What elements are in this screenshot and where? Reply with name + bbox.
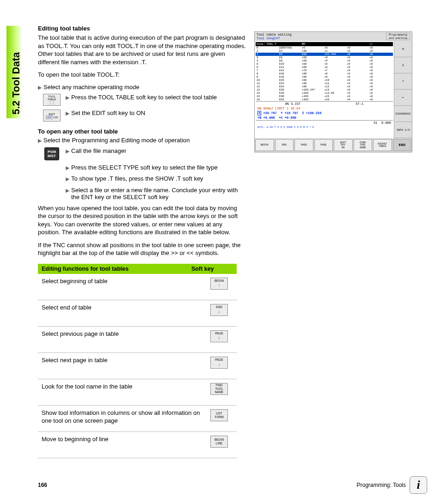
- tri-icon: ▶: [38, 137, 42, 145]
- tri-icon: ▶: [66, 94, 69, 102]
- para-open: To open the tool table TOOL.T:: [38, 71, 246, 79]
- table-row: Select end of tableEND↓: [38, 300, 237, 327]
- table-header: Editing functions for tool tables Soft k…: [38, 264, 237, 274]
- softkey-icon: PAGE↓: [210, 357, 228, 369]
- softkey-edit: EDIT OFF ON: [43, 109, 61, 121]
- step-select-type: ▶ Press the SELECT TYPE soft key to sele…: [38, 164, 246, 172]
- bullet-select-mode: ▶ Select any machine operating mode: [38, 84, 246, 91]
- para-intro: The tool table that is active during exe…: [38, 34, 246, 66]
- softkey-tool-table: TOOL TABLE ⌶ ⌶: [43, 94, 61, 106]
- softkey-icon: BEGIN↑: [210, 278, 228, 290]
- scr-table-head: File: TOOL.TMM>>: [256, 42, 393, 46]
- scr-sidebar: MST⊳DIAGNOSISINFO 1/3: [394, 41, 412, 138]
- scr-coords: X +20.707 Y +10.707 Z +100.250: [256, 111, 393, 115]
- table-row: Look for the tool name in the tableFINDT…: [38, 379, 237, 406]
- softkey-icon: BEGINLINE: [210, 436, 228, 448]
- scr-softkey-row: BEGINENDPAGEPAGEEDITOFFONFINDTOOLNAMEPOC…: [255, 138, 412, 152]
- scr-titlebar: Tool table editing Tool length? Programm…: [255, 32, 412, 41]
- step-edit-on: EDIT OFF ON ▶ Set the EDIT soft key to O…: [38, 109, 246, 121]
- tri-icon: ▶: [66, 175, 69, 183]
- footer-text: Programming: Tools: [357, 482, 406, 488]
- step-show-t: ▶ To show type .T files, press the SHOW …: [38, 175, 246, 183]
- tool-icon: ⌶ ⌶: [49, 101, 55, 105]
- softkey-icon: END↓: [210, 304, 228, 316]
- table-row: Select previous page in tablePAGE↑: [38, 327, 237, 353]
- table-row: Show tool information in columns or show…: [38, 406, 237, 432]
- main-content: Editing tool tables The tool table that …: [38, 25, 246, 458]
- tri-icon: ▶: [66, 147, 69, 155]
- para-symbols: If the TNC cannot show all positions in …: [38, 241, 246, 257]
- tri-icon: ▶: [66, 187, 69, 194]
- page-footer: 166 Programming: Tools i: [38, 476, 427, 494]
- heading-other-table: To open any other tool table: [38, 128, 246, 135]
- tri-icon: ▶: [66, 109, 69, 117]
- cnc-screenshot: Tool table editing Tool length? Programm…: [254, 31, 412, 152]
- table-row: Move to beginning of lineBEGINLINE: [38, 432, 237, 458]
- heading-editing: Editing tool tables: [38, 25, 246, 32]
- bullet-prog-mode: ▶ Select the Programming and Editing mod…: [38, 137, 246, 145]
- softkey-icon: LISTFORM: [210, 409, 228, 421]
- table-row: Select beginning of tableBEGIN↑: [38, 274, 237, 300]
- editing-functions-table: Editing functions for tool tables Soft k…: [38, 264, 237, 458]
- scr-main: File: TOOL.TMM>> 0ZEROTOOL+0+0+0+01D2+30…: [255, 41, 394, 138]
- softkey-pgm-mgt: PGM MGT: [44, 147, 59, 160]
- table-row: Select next page in tablePAGE↓: [38, 353, 237, 379]
- tri-icon: ▶: [38, 84, 42, 91]
- section-label: 5.2 Tool Data: [10, 52, 22, 115]
- step-select-file: ▶ Select a file or enter a new file name…: [38, 187, 246, 200]
- step-tool-table: TOOL TABLE ⌶ ⌶ ▶ Press the TOOL TABLE so…: [38, 94, 246, 106]
- step-call-fm: PGM MGT ▶ Call the file manager: [38, 147, 246, 160]
- para-edit: When you have opened the tool table, you…: [38, 204, 246, 237]
- softkey-icon: FINDTOOLNAME: [210, 383, 228, 395]
- softkey-icon: PAGE↑: [210, 330, 228, 342]
- page-number: 166: [38, 482, 47, 488]
- tri-icon: ▶: [66, 164, 69, 172]
- info-icon: i: [410, 476, 427, 494]
- scr-mode: Programming and editing: [386, 33, 410, 40]
